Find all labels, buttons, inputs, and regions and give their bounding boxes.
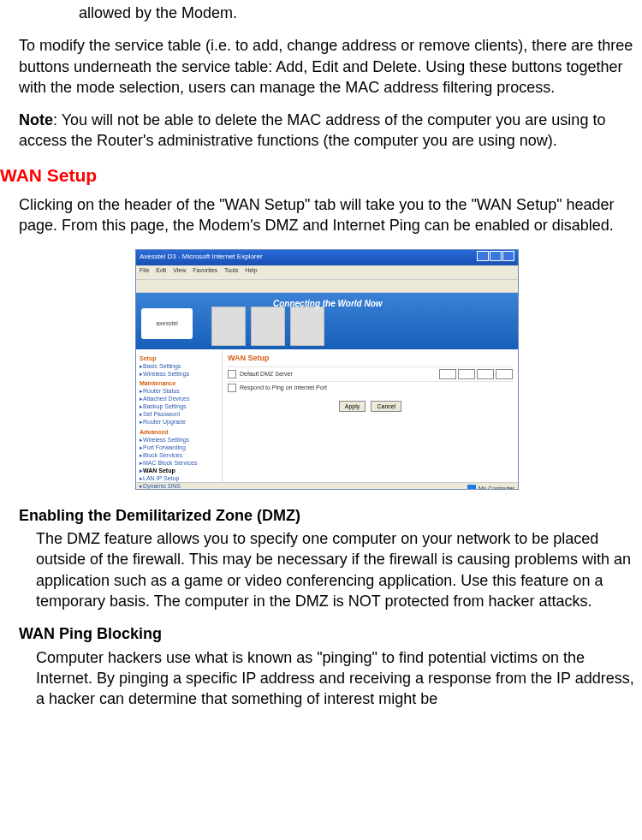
sidebar-item: LAN IP Setup — [140, 474, 218, 482]
brand-logo: axesstel — [141, 308, 193, 339]
menu-item: Help — [245, 267, 257, 273]
menu-item: Edit — [156, 267, 166, 273]
browser-toolbar — [136, 279, 518, 293]
sidebar-item: Router Upgrade — [140, 418, 218, 426]
sidebar-item: Port Forwarding — [140, 444, 218, 451]
ip-octet-input — [439, 369, 456, 379]
zone-icon — [467, 485, 476, 490]
note-rest: : You will not be able to delete the MAC… — [19, 111, 605, 149]
panel-title: WAN Setup — [228, 353, 513, 363]
menu-item: Tools — [224, 267, 238, 273]
sidebar-header: Maintenance — [140, 379, 218, 387]
wan-setup-heading: WAN Setup — [0, 164, 635, 188]
dmz-server-row: Default DMZ Server — [228, 366, 513, 381]
checkbox-icon — [228, 370, 236, 378]
cancel-button: Cancel — [371, 401, 401, 412]
sidebar-item: MAC Block Services — [140, 459, 218, 467]
ip-input-group — [439, 369, 513, 379]
screenshot-container: Axesstel D3 - Microsoft Internet Explore… — [19, 249, 635, 490]
ping-heading: WAN Ping Blocking — [19, 623, 635, 644]
sidebar-item: Block Services — [140, 451, 218, 459]
menu-item: File — [140, 267, 149, 273]
sidebar-item: Wireless Settings — [140, 436, 218, 444]
banner-image — [211, 307, 246, 346]
sidebar-item: Router Status — [140, 387, 218, 395]
sidebar-item: Set Password — [140, 410, 218, 418]
sidebar-item: Wireless Settings — [140, 370, 218, 378]
ip-octet-input — [496, 369, 513, 379]
ping-label: Respond to Ping on Internet Port — [240, 384, 327, 391]
note-para: Note: You will not be able to delete the… — [19, 110, 635, 152]
ip-octet-input — [458, 369, 475, 379]
page-banner: axesstel Connecting the World Now — [136, 293, 518, 349]
browser-menubar: File Edit View Favorites Tools Help — [136, 265, 518, 279]
modify-service-para: To modify the service table (i.e. to add… — [19, 35, 635, 98]
note-label: Note — [19, 111, 53, 128]
sidebar-item: Dynamic DNS — [140, 482, 218, 490]
main-panel: WAN Setup Default DMZ Server Re — [223, 349, 518, 482]
sidebar-header: Setup — [140, 354, 218, 362]
apply-button: Apply — [339, 401, 366, 412]
button-row: Apply Cancel — [228, 401, 513, 412]
banner-image — [290, 307, 324, 346]
sidebar-item-selected: WAN Setup — [140, 467, 218, 474]
checkbox-icon — [228, 384, 236, 392]
window-buttons — [476, 251, 514, 265]
status-text: My Computer — [479, 485, 514, 490]
ip-octet-input — [477, 369, 494, 379]
fragment-line: allowed by the Modem. — [79, 3, 635, 23]
menu-item: View — [173, 267, 186, 273]
wan-setup-desc: Clicking on the header of the "WAN Setup… — [19, 194, 635, 236]
ping-body: Computer hackers use what is known as "p… — [36, 647, 635, 710]
window-title: Axesstel D3 - Microsoft Internet Explore… — [140, 253, 263, 262]
menu-item: Favorites — [193, 267, 217, 273]
browser-window: Axesstel D3 - Microsoft Internet Explore… — [135, 249, 519, 490]
dmz-server-label: Default DMZ Server — [240, 370, 293, 378]
sidebar-item: Backup Settings — [140, 402, 218, 410]
dmz-heading: Enabling the Demilitarized Zone (DMZ) — [19, 505, 635, 526]
banner-tagline: Connecting the World Now — [273, 298, 383, 310]
banner-image — [251, 307, 285, 346]
ping-row: Respond to Ping on Internet Port — [228, 381, 513, 394]
dmz-body: The DMZ feature allows you to specify on… — [36, 528, 635, 611]
window-titlebar: Axesstel D3 - Microsoft Internet Explore… — [136, 250, 518, 265]
sidebar-nav: Setup Basic Settings Wireless Settings M… — [136, 349, 223, 482]
sidebar-header: Advanced — [140, 428, 218, 436]
sidebar-item: Basic Settings — [140, 362, 218, 370]
sidebar-item: Attached Devices — [140, 395, 218, 402]
